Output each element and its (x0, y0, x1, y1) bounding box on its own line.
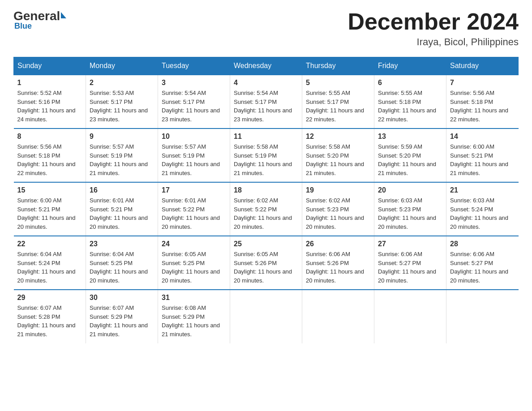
day-info: Sunrise: 6:06 AMSunset: 5:27 PMDaylight:… (378, 250, 442, 285)
day-info: Sunrise: 6:00 AMSunset: 5:21 PMDaylight:… (450, 142, 515, 177)
calendar-header-row: SundayMondayTuesdayWednesdayThursdayFrid… (14, 57, 519, 75)
day-info: Sunrise: 6:08 AMSunset: 5:29 PMDaylight:… (162, 304, 226, 338)
day-info: Sunrise: 5:53 AMSunset: 5:17 PMDaylight:… (90, 89, 154, 124)
day-number: 7 (450, 79, 515, 87)
calendar-cell: 31Sunrise: 6:08 AMSunset: 5:29 PMDayligh… (158, 290, 230, 343)
day-number: 25 (234, 240, 298, 248)
day-header-saturday: Saturday (446, 57, 519, 75)
day-info: Sunrise: 5:54 AMSunset: 5:17 PMDaylight:… (234, 89, 298, 124)
calendar-cell: 5Sunrise: 5:55 AMSunset: 5:17 PMDaylight… (302, 75, 374, 128)
day-header-sunday: Sunday (14, 57, 86, 75)
day-info: Sunrise: 6:06 AMSunset: 5:27 PMDaylight:… (450, 250, 515, 285)
week-row-2: 8Sunrise: 5:56 AMSunset: 5:18 PMDaylight… (14, 128, 519, 182)
day-info: Sunrise: 6:07 AMSunset: 5:29 PMDaylight:… (90, 304, 154, 338)
calendar-cell: 17Sunrise: 6:01 AMSunset: 5:22 PMDayligh… (158, 182, 230, 236)
day-info: Sunrise: 6:02 AMSunset: 5:22 PMDaylight:… (234, 196, 298, 231)
day-number: 15 (17, 186, 82, 194)
calendar-cell: 22Sunrise: 6:04 AMSunset: 5:24 PMDayligh… (14, 236, 86, 290)
day-number: 3 (162, 79, 226, 87)
calendar-cell: 6Sunrise: 5:55 AMSunset: 5:18 PMDaylight… (374, 75, 446, 128)
day-number: 30 (90, 294, 154, 302)
calendar-cell: 23Sunrise: 6:04 AMSunset: 5:25 PMDayligh… (86, 236, 158, 290)
day-info: Sunrise: 6:02 AMSunset: 5:23 PMDaylight:… (306, 196, 370, 231)
day-info: Sunrise: 5:57 AMSunset: 5:19 PMDaylight:… (162, 142, 226, 177)
day-number: 10 (162, 133, 226, 141)
day-header-monday: Monday (86, 57, 158, 75)
day-number: 12 (306, 133, 370, 141)
calendar-cell: 11Sunrise: 5:58 AMSunset: 5:19 PMDayligh… (230, 128, 302, 182)
calendar-cell: 25Sunrise: 6:05 AMSunset: 5:26 PMDayligh… (230, 236, 302, 290)
page-header: General Blue December 2024 Iraya, Bicol,… (13, 9, 519, 48)
calendar-cell: 10Sunrise: 5:57 AMSunset: 5:19 PMDayligh… (158, 128, 230, 182)
day-info: Sunrise: 6:07 AMSunset: 5:28 PMDaylight:… (17, 304, 82, 338)
day-number: 11 (234, 133, 298, 141)
day-info: Sunrise: 5:56 AMSunset: 5:18 PMDaylight:… (450, 89, 515, 124)
day-number: 9 (90, 133, 154, 141)
month-title: December 2024 (348, 9, 519, 34)
week-row-4: 22Sunrise: 6:04 AMSunset: 5:24 PMDayligh… (14, 236, 519, 290)
day-number: 23 (90, 240, 154, 248)
day-info: Sunrise: 6:03 AMSunset: 5:23 PMDaylight:… (378, 196, 442, 231)
calendar-cell: 19Sunrise: 6:02 AMSunset: 5:23 PMDayligh… (302, 182, 374, 236)
calendar-cell: 20Sunrise: 6:03 AMSunset: 5:23 PMDayligh… (374, 182, 446, 236)
title-block: December 2024 Iraya, Bicol, Philippines (348, 9, 519, 48)
calendar-cell (230, 290, 302, 343)
day-number: 29 (17, 294, 82, 302)
day-number: 21 (450, 186, 515, 194)
day-header-thursday: Thursday (302, 57, 374, 75)
calendar-cell: 8Sunrise: 5:56 AMSunset: 5:18 PMDaylight… (14, 128, 86, 182)
calendar-cell: 1Sunrise: 5:52 AMSunset: 5:16 PMDaylight… (14, 75, 86, 128)
day-number: 22 (17, 240, 82, 248)
calendar-body: 1Sunrise: 5:52 AMSunset: 5:16 PMDaylight… (14, 75, 519, 343)
day-number: 13 (378, 133, 442, 141)
day-number: 24 (162, 240, 226, 248)
day-number: 14 (450, 133, 515, 141)
calendar-cell: 14Sunrise: 6:00 AMSunset: 5:21 PMDayligh… (446, 128, 519, 182)
day-number: 1 (17, 79, 82, 87)
calendar-cell: 21Sunrise: 6:03 AMSunset: 5:24 PMDayligh… (446, 182, 519, 236)
calendar-cell: 13Sunrise: 5:59 AMSunset: 5:20 PMDayligh… (374, 128, 446, 182)
day-number: 2 (90, 79, 154, 87)
week-row-1: 1Sunrise: 5:52 AMSunset: 5:16 PMDaylight… (14, 75, 519, 128)
calendar-cell: 12Sunrise: 5:58 AMSunset: 5:20 PMDayligh… (302, 128, 374, 182)
calendar-cell: 9Sunrise: 5:57 AMSunset: 5:19 PMDaylight… (86, 128, 158, 182)
calendar-table: SundayMondayTuesdayWednesdayThursdayFrid… (13, 57, 519, 343)
calendar-cell: 24Sunrise: 6:05 AMSunset: 5:25 PMDayligh… (158, 236, 230, 290)
day-info: Sunrise: 6:05 AMSunset: 5:26 PMDaylight:… (234, 250, 298, 285)
day-number: 8 (17, 133, 82, 141)
day-info: Sunrise: 6:01 AMSunset: 5:21 PMDaylight:… (90, 196, 154, 231)
day-info: Sunrise: 5:57 AMSunset: 5:19 PMDaylight:… (90, 142, 154, 177)
day-info: Sunrise: 6:04 AMSunset: 5:25 PMDaylight:… (90, 250, 154, 285)
day-number: 6 (378, 79, 442, 87)
day-header-friday: Friday (374, 57, 446, 75)
day-info: Sunrise: 6:04 AMSunset: 5:24 PMDaylight:… (17, 250, 82, 285)
day-info: Sunrise: 5:54 AMSunset: 5:17 PMDaylight:… (162, 89, 226, 124)
logo-triangle-icon (61, 12, 66, 18)
calendar-cell (302, 290, 374, 343)
calendar-cell: 15Sunrise: 6:00 AMSunset: 5:21 PMDayligh… (14, 182, 86, 236)
week-row-5: 29Sunrise: 6:07 AMSunset: 5:28 PMDayligh… (14, 290, 519, 343)
day-info: Sunrise: 6:00 AMSunset: 5:21 PMDaylight:… (17, 196, 82, 231)
day-info: Sunrise: 6:01 AMSunset: 5:22 PMDaylight:… (162, 196, 226, 231)
day-info: Sunrise: 5:58 AMSunset: 5:19 PMDaylight:… (234, 142, 298, 177)
day-info: Sunrise: 6:05 AMSunset: 5:25 PMDaylight:… (162, 250, 226, 285)
day-number: 18 (234, 186, 298, 194)
day-header-wednesday: Wednesday (230, 57, 302, 75)
day-number: 17 (162, 186, 226, 194)
calendar-cell: 4Sunrise: 5:54 AMSunset: 5:17 PMDaylight… (230, 75, 302, 128)
calendar-cell: 7Sunrise: 5:56 AMSunset: 5:18 PMDaylight… (446, 75, 519, 128)
day-number: 28 (450, 240, 515, 248)
calendar-cell: 2Sunrise: 5:53 AMSunset: 5:17 PMDaylight… (86, 75, 158, 128)
day-number: 4 (234, 79, 298, 87)
location: Iraya, Bicol, Philippines (348, 36, 519, 48)
day-info: Sunrise: 5:58 AMSunset: 5:20 PMDaylight:… (306, 142, 370, 177)
day-info: Sunrise: 5:59 AMSunset: 5:20 PMDaylight:… (378, 142, 442, 177)
day-number: 26 (306, 240, 370, 248)
logo: General Blue (13, 9, 66, 31)
day-number: 5 (306, 79, 370, 87)
day-info: Sunrise: 5:55 AMSunset: 5:17 PMDaylight:… (306, 89, 370, 124)
week-row-3: 15Sunrise: 6:00 AMSunset: 5:21 PMDayligh… (14, 182, 519, 236)
day-info: Sunrise: 5:56 AMSunset: 5:18 PMDaylight:… (17, 142, 82, 177)
logo-blue-text: Blue (14, 21, 32, 31)
day-info: Sunrise: 5:55 AMSunset: 5:18 PMDaylight:… (378, 89, 442, 124)
